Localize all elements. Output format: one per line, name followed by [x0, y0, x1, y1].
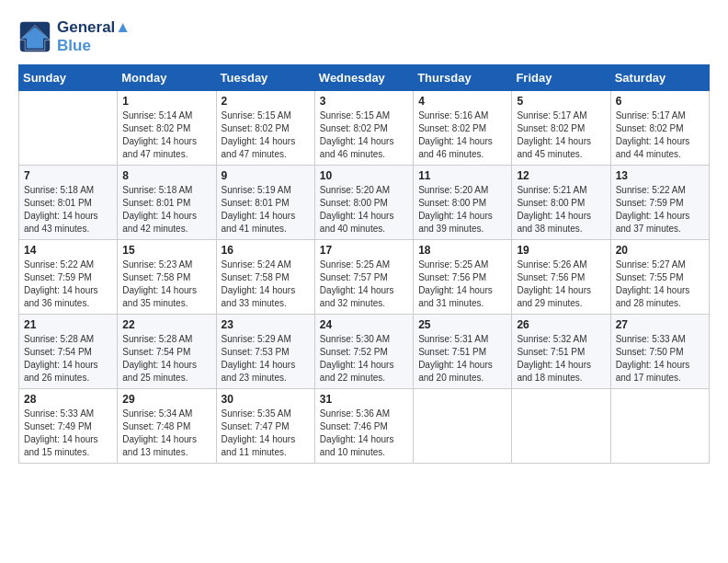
- calendar-cell: 18Sunrise: 5:25 AMSunset: 7:56 PMDayligh…: [414, 240, 512, 315]
- calendar-cell: 4Sunrise: 5:16 AMSunset: 8:02 PMDaylight…: [414, 91, 512, 166]
- day-number: 21: [24, 318, 112, 331]
- day-number: 14: [24, 244, 112, 257]
- weekday-saturday: Saturday: [610, 65, 709, 91]
- calendar-cell: 14Sunrise: 5:22 AMSunset: 7:59 PMDayligh…: [19, 240, 118, 315]
- weekday-sunday: Sunday: [19, 65, 118, 91]
- day-number: 18: [418, 244, 506, 257]
- day-info: Sunrise: 5:17 AMSunset: 8:02 PMDaylight:…: [616, 109, 704, 161]
- day-number: 15: [122, 244, 210, 257]
- day-number: 7: [24, 169, 112, 182]
- day-info: Sunrise: 5:33 AMSunset: 7:49 PMDaylight:…: [24, 408, 112, 459]
- day-info: Sunrise: 5:27 AMSunset: 7:55 PMDaylight:…: [616, 259, 704, 310]
- calendar-cell: 15Sunrise: 5:23 AMSunset: 7:58 PMDayligh…: [118, 240, 216, 315]
- calendar-cell: 29Sunrise: 5:34 AMSunset: 7:48 PMDayligh…: [118, 389, 216, 464]
- day-number: 23: [222, 318, 310, 331]
- day-info: Sunrise: 5:15 AMSunset: 8:02 PMDaylight:…: [222, 109, 310, 161]
- calendar-week-3: 14Sunrise: 5:22 AMSunset: 7:59 PMDayligh…: [19, 240, 710, 315]
- day-number: 11: [418, 169, 506, 182]
- calendar-cell: 16Sunrise: 5:24 AMSunset: 7:58 PMDayligh…: [216, 240, 314, 315]
- day-info: Sunrise: 5:22 AMSunset: 7:59 PMDaylight:…: [616, 184, 704, 236]
- day-info: Sunrise: 5:29 AMSunset: 7:53 PMDaylight:…: [222, 333, 310, 385]
- day-number: 30: [222, 393, 310, 406]
- calendar-cell: 26Sunrise: 5:32 AMSunset: 7:51 PMDayligh…: [512, 315, 610, 389]
- day-number: 25: [418, 318, 506, 331]
- calendar-cell: [512, 389, 610, 464]
- day-number: 1: [122, 95, 210, 108]
- day-number: 19: [517, 244, 605, 257]
- calendar-cell: 20Sunrise: 5:27 AMSunset: 7:55 PMDayligh…: [610, 240, 709, 315]
- calendar-table: SundayMondayTuesdayWednesdayThursdayFrid…: [18, 64, 710, 464]
- day-info: Sunrise: 5:18 AMSunset: 8:01 PMDaylight:…: [122, 184, 210, 236]
- day-number: 31: [320, 393, 408, 406]
- day-info: Sunrise: 5:24 AMSunset: 7:58 PMDaylight:…: [222, 259, 310, 310]
- day-info: Sunrise: 5:32 AMSunset: 7:51 PMDaylight:…: [517, 333, 605, 385]
- day-info: Sunrise: 5:20 AMSunset: 8:00 PMDaylight:…: [320, 184, 408, 236]
- day-number: 4: [418, 95, 506, 108]
- day-number: 27: [616, 318, 704, 331]
- calendar-week-4: 21Sunrise: 5:28 AMSunset: 7:54 PMDayligh…: [19, 315, 710, 389]
- calendar-cell: 13Sunrise: 5:22 AMSunset: 7:59 PMDayligh…: [610, 166, 709, 240]
- page-header: General▲ Blue: [18, 18, 710, 55]
- day-info: Sunrise: 5:21 AMSunset: 8:00 PMDaylight:…: [517, 184, 605, 236]
- calendar-cell: 5Sunrise: 5:17 AMSunset: 8:02 PMDaylight…: [512, 91, 610, 166]
- calendar-week-1: 1Sunrise: 5:14 AMSunset: 8:02 PMDaylight…: [19, 91, 710, 166]
- day-number: 16: [222, 244, 310, 257]
- calendar-cell: 12Sunrise: 5:21 AMSunset: 8:00 PMDayligh…: [512, 166, 610, 240]
- day-number: 6: [616, 95, 704, 108]
- calendar-cell: 31Sunrise: 5:36 AMSunset: 7:46 PMDayligh…: [314, 389, 413, 464]
- day-number: 3: [320, 95, 408, 108]
- day-info: Sunrise: 5:35 AMSunset: 7:47 PMDaylight:…: [222, 408, 310, 459]
- day-number: 28: [24, 393, 112, 406]
- weekday-header-row: SundayMondayTuesdayWednesdayThursdayFrid…: [19, 65, 710, 91]
- calendar-cell: [19, 91, 118, 166]
- weekday-tuesday: Tuesday: [216, 65, 314, 91]
- weekday-wednesday: Wednesday: [314, 65, 413, 91]
- calendar-cell: 19Sunrise: 5:26 AMSunset: 7:56 PMDayligh…: [512, 240, 610, 315]
- day-info: Sunrise: 5:26 AMSunset: 7:56 PMDaylight:…: [517, 259, 605, 310]
- calendar-cell: 27Sunrise: 5:33 AMSunset: 7:50 PMDayligh…: [610, 315, 709, 389]
- calendar-cell: 8Sunrise: 5:18 AMSunset: 8:01 PMDaylight…: [118, 166, 216, 240]
- calendar-cell: 22Sunrise: 5:28 AMSunset: 7:54 PMDayligh…: [118, 315, 216, 389]
- day-info: Sunrise: 5:16 AMSunset: 8:02 PMDaylight:…: [418, 109, 506, 161]
- day-number: 13: [616, 169, 704, 182]
- day-number: 24: [320, 318, 408, 331]
- calendar-cell: [610, 389, 709, 464]
- day-info: Sunrise: 5:15 AMSunset: 8:02 PMDaylight:…: [320, 109, 408, 161]
- day-number: 5: [517, 95, 605, 108]
- calendar-cell: 23Sunrise: 5:29 AMSunset: 7:53 PMDayligh…: [216, 315, 314, 389]
- logo-text: General▲ Blue: [57, 18, 131, 55]
- day-info: Sunrise: 5:36 AMSunset: 7:46 PMDaylight:…: [320, 408, 408, 459]
- day-number: 9: [222, 169, 310, 182]
- day-info: Sunrise: 5:30 AMSunset: 7:52 PMDaylight:…: [320, 333, 408, 385]
- calendar-cell: 1Sunrise: 5:14 AMSunset: 8:02 PMDaylight…: [118, 91, 216, 166]
- day-number: 20: [616, 244, 704, 257]
- calendar-cell: 30Sunrise: 5:35 AMSunset: 7:47 PMDayligh…: [216, 389, 314, 464]
- day-info: Sunrise: 5:18 AMSunset: 8:01 PMDaylight:…: [24, 184, 112, 236]
- day-info: Sunrise: 5:34 AMSunset: 7:48 PMDaylight:…: [122, 408, 210, 459]
- calendar-cell: 17Sunrise: 5:25 AMSunset: 7:57 PMDayligh…: [314, 240, 413, 315]
- day-info: Sunrise: 5:25 AMSunset: 7:57 PMDaylight:…: [320, 259, 408, 310]
- day-info: Sunrise: 5:28 AMSunset: 7:54 PMDaylight:…: [122, 333, 210, 385]
- day-info: Sunrise: 5:33 AMSunset: 7:50 PMDaylight:…: [616, 333, 704, 385]
- day-number: 8: [122, 169, 210, 182]
- calendar-cell: 2Sunrise: 5:15 AMSunset: 8:02 PMDaylight…: [216, 91, 314, 166]
- weekday-friday: Friday: [512, 65, 610, 91]
- calendar-cell: [414, 389, 512, 464]
- day-number: 10: [320, 169, 408, 182]
- logo: General▲ Blue: [18, 18, 131, 55]
- calendar-cell: 21Sunrise: 5:28 AMSunset: 7:54 PMDayligh…: [19, 315, 118, 389]
- day-info: Sunrise: 5:17 AMSunset: 8:02 PMDaylight:…: [517, 109, 605, 161]
- calendar-cell: 11Sunrise: 5:20 AMSunset: 8:00 PMDayligh…: [414, 166, 512, 240]
- day-number: 2: [222, 95, 310, 108]
- calendar-cell: 7Sunrise: 5:18 AMSunset: 8:01 PMDaylight…: [19, 166, 118, 240]
- calendar-cell: 28Sunrise: 5:33 AMSunset: 7:49 PMDayligh…: [19, 389, 118, 464]
- day-number: 17: [320, 244, 408, 257]
- calendar-cell: 24Sunrise: 5:30 AMSunset: 7:52 PMDayligh…: [314, 315, 413, 389]
- calendar-week-5: 28Sunrise: 5:33 AMSunset: 7:49 PMDayligh…: [19, 389, 710, 464]
- day-number: 29: [122, 393, 210, 406]
- day-number: 22: [122, 318, 210, 331]
- day-info: Sunrise: 5:23 AMSunset: 7:58 PMDaylight:…: [122, 259, 210, 310]
- day-info: Sunrise: 5:14 AMSunset: 8:02 PMDaylight:…: [122, 109, 210, 161]
- calendar-cell: 6Sunrise: 5:17 AMSunset: 8:02 PMDaylight…: [610, 91, 709, 166]
- calendar-cell: 25Sunrise: 5:31 AMSunset: 7:51 PMDayligh…: [414, 315, 512, 389]
